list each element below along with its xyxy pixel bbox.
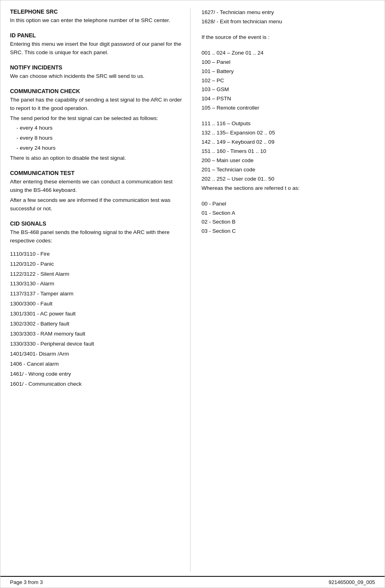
list-item: 1627/ - Technician menu entry (202, 8, 375, 17)
list-item: 132 .. 135– Expansion 02 .. 05 (202, 129, 375, 137)
comm-check-body2: The send period for the test signal can … (10, 114, 184, 123)
list-item: 001 .. 024 – Zone 01 .. 24 (202, 49, 375, 57)
left-column: TELEPHONE SRC In this option we can ente… (10, 8, 190, 572)
sections-list: 00 - Panel01 - Section A02 - Section B03… (202, 200, 375, 236)
list-item: 102 – PC (202, 77, 375, 85)
cid-body: The BS-468 panel sends the following sig… (10, 228, 184, 245)
right-column: 1627/ - Technician menu entry1628/ - Exi… (199, 8, 375, 572)
telephone-src-title: TELEPHONE SRC (10, 8, 184, 15)
footer: Page 3 from 3 921465000_09_005 (0, 576, 385, 588)
list-item: 1110/3110 - Fire (10, 250, 184, 258)
id-panel-title: ID PANEL (10, 32, 184, 39)
list-item: 00 - Panel (202, 200, 375, 208)
notify-body: We can choose which incidents the SRC wi… (10, 72, 184, 81)
list-item: 1406 - Cancel alarm (10, 360, 184, 368)
comm-check-body3: There is also an option to disable the t… (10, 154, 184, 163)
whereas-label: Whereas the sections are referred t o as… (202, 184, 375, 193)
list-item: 01 - Section A (202, 209, 375, 218)
list-item: 201 – Technician code (202, 166, 375, 174)
list-item: 1300/3300 - Fault (10, 300, 184, 308)
source-items2-list: 111 .. 116 – Outputs132 .. 135– Expansio… (202, 120, 375, 183)
list-item: 1122/3122 - Silent Alarm (10, 270, 184, 279)
list-item: 03 - Section C (202, 227, 375, 236)
list-item: 1601/ - Communication check (10, 380, 184, 389)
list-item: 1302/3302 - Battery fault (10, 320, 184, 328)
content-area: TELEPHONE SRC In this option we can ente… (0, 0, 385, 576)
comm-check-title: COMMUNICATION CHECK (10, 88, 184, 94)
list-item: 104 – PSTN (202, 95, 375, 103)
comm-check-body1: The panel has the capability of sending … (10, 96, 184, 113)
comm-check-item1: - every 4 hours (10, 124, 184, 132)
notify-incidents-title: NOTIFY INCIDENTS (10, 64, 184, 71)
list-item: 1303/3303 - RAM memory fault (10, 330, 184, 338)
event-source-label: If the source of the event is : (202, 33, 375, 42)
list-item: 101 – Battery (202, 67, 375, 76)
list-item: 202 .. 252 – User code 01.. 50 (202, 175, 375, 183)
list-item: 1330/3330 - Peripheral device fault (10, 340, 184, 348)
id-panel-body1: Entering this menu we insert the four di… (10, 40, 184, 57)
list-item: 1401/3401- Disarm /Arm (10, 350, 184, 358)
cid-signals-title: CID SIGNALS (10, 220, 184, 227)
list-item: 111 .. 116 – Outputs (202, 120, 375, 128)
list-item: 1120/3120 - Panic (10, 260, 184, 269)
cid-items-list: 1110/3110 - Fire1120/3120 - Panic1122/31… (10, 250, 184, 389)
comm-test-title: COMMUNICATION TEST (10, 170, 184, 176)
menu-items-list: 1627/ - Technician menu entry1628/ - Exi… (202, 8, 375, 26)
comm-test-body1: After entering these elements we can con… (10, 178, 184, 195)
list-item: 1628/ - Exit from technician menu (202, 18, 375, 26)
list-item: 1461/ - Wrong code entry (10, 370, 184, 378)
list-item: 103 – GSM (202, 85, 375, 94)
footer-left: Page 3 from 3 (10, 579, 43, 585)
comm-check-item2: - every 8 hours (10, 134, 184, 142)
list-item: 1301/3301 - AC power fault (10, 310, 184, 318)
list-item: 200 – Main user code (202, 157, 375, 165)
list-item: 1130/3130 - Alarm (10, 280, 184, 288)
comm-check-item3: - every 24 hours (10, 144, 184, 153)
telephone-src-body: In this option we can enter the telephon… (10, 16, 184, 25)
source-items-list: 001 .. 024 – Zone 01 .. 24100 – Panel101… (202, 49, 375, 112)
list-item: 1137/3137 - Tamper alarm (10, 290, 184, 298)
page: TELEPHONE SRC In this option we can ente… (0, 0, 385, 588)
list-item: 105 – Remote controller (202, 104, 375, 112)
list-item: 151 .. 160 - Timers 01 .. 10 (202, 147, 375, 156)
comm-test-body2: After a few seconds we are informed if t… (10, 196, 184, 213)
list-item: 100 – Panel (202, 58, 375, 67)
list-item: 02 - Section B (202, 218, 375, 226)
list-item: 142 .. 149 – Keyboard 02 .. 09 (202, 138, 375, 146)
footer-right: 921465000_09_005 (328, 579, 375, 585)
